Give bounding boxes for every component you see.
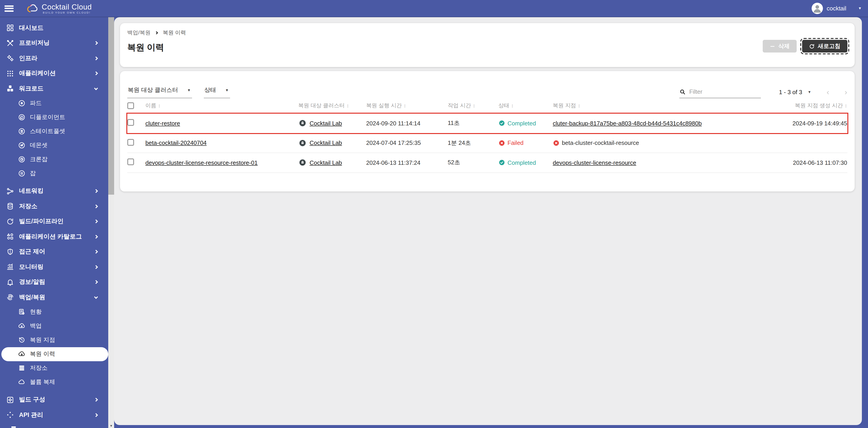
column-header-executed[interactable]: 복원 실행 시간↕ xyxy=(366,102,448,109)
sidebar-item-networking[interactable]: 네트워킹 xyxy=(0,184,108,199)
cluster-link[interactable]: Cocktail Lab xyxy=(310,120,342,127)
sidebar-item-restore-history[interactable]: 복원 이력 xyxy=(1,347,108,361)
application-icon xyxy=(6,70,14,77)
delete-button[interactable]: 삭제 xyxy=(763,40,797,53)
check-circle-icon xyxy=(498,160,505,166)
sidebar-item-label: 백업 xyxy=(30,322,42,330)
sidebar-item-label: 파드 xyxy=(30,99,42,107)
status-filter-select[interactable]: 상태 ▼ xyxy=(204,86,230,98)
user-menu[interactable]: cocktail ▼ xyxy=(812,3,862,14)
sidebar-item-daemonset[interactable]: 데몬셋 xyxy=(0,138,108,152)
restore-point-label: beta-cluster-cocktail-resource xyxy=(562,140,639,146)
restore-name-link[interactable]: cluter-restore xyxy=(145,120,180,127)
row-checkbox[interactable] xyxy=(127,139,134,146)
sidebar-item-workload[interactable]: 워크로드 xyxy=(0,81,108,96)
sidebar-item-backup-storage[interactable]: 저장소 xyxy=(0,361,108,375)
server-rack-icon xyxy=(18,364,25,372)
chevron-down-icon xyxy=(94,86,98,90)
sidebar-item-volume-clone[interactable]: 볼륨 복제 xyxy=(0,375,108,389)
pagination-caret-icon[interactable]: ▼ xyxy=(808,90,811,94)
executed-time: 2024-07-04 17:25:35 xyxy=(366,140,448,146)
networking-icon xyxy=(6,188,14,195)
status-label: Completed xyxy=(507,120,536,127)
sort-icon: ↕ xyxy=(473,103,475,108)
chevron-right-icon xyxy=(94,220,98,223)
sidebar-item-api-management[interactable]: API 관리 xyxy=(0,407,108,423)
sidebar-item-statefulset[interactable]: 스테이트풀셋 xyxy=(0,124,108,138)
top-header: Cocktail Cloud BUILD YOUR OWN CLOUD! coc… xyxy=(0,0,868,17)
cluster-filter-select[interactable]: 복원 대상 클러스터 ▼ xyxy=(127,86,192,98)
sidebar-item-application[interactable]: 애플리케이션 xyxy=(0,66,108,81)
restore-history-card: 복원 대상 클러스터 ▼ 상태 ▼ xyxy=(120,71,855,192)
row-checkbox[interactable] xyxy=(127,159,134,165)
infra-icon xyxy=(6,55,14,62)
sidebar-item-backup-restore[interactable]: 백업/복원 xyxy=(0,290,108,305)
cloud-icon xyxy=(18,378,25,386)
api-management-icon xyxy=(6,411,14,419)
hamburger-menu-icon[interactable] xyxy=(4,5,13,11)
restore-name-link[interactable]: devops-cluster-license-resource-restore-… xyxy=(145,159,258,166)
cluster-link[interactable]: Cocktail Lab xyxy=(310,140,342,146)
created-time: 2024-09-19 14:49:45 xyxy=(752,120,847,127)
scrollbar-down-arrow-icon[interactable]: ▼ xyxy=(108,424,114,427)
column-header-created[interactable]: 복원 지점 생성 시간↕ xyxy=(752,102,847,109)
breadcrumb-parent[interactable]: 백업/복원 xyxy=(127,29,151,37)
chevron-right-icon xyxy=(94,413,98,417)
row-checkbox[interactable] xyxy=(127,119,134,126)
sidebar-scrollbar-thumb[interactable] xyxy=(108,17,114,195)
chevron-right-icon xyxy=(94,398,98,402)
sidebar-item-infra[interactable]: 인프라 xyxy=(0,51,108,66)
filter-search-input[interactable] xyxy=(689,88,761,95)
sidebar-item-backup-status[interactable]: 현황 xyxy=(0,305,108,319)
sort-icon: ↕ xyxy=(346,103,349,108)
sidebar-item-job[interactable]: 잡 xyxy=(0,166,108,180)
previous-page-button[interactable]: ‹ xyxy=(827,89,829,95)
column-header-status[interactable]: 상태↕ xyxy=(498,102,553,109)
sidebar-item-backup[interactable]: 백업 xyxy=(0,319,108,333)
cluster-filter-label: 복원 대상 클러스터 xyxy=(128,86,178,94)
sidebar-item-label: 저장소 xyxy=(19,202,37,210)
restore-point-link[interactable]: devops-cluster-license-resource xyxy=(553,159,636,166)
sidebar-item-pod[interactable]: 파드 xyxy=(0,96,108,110)
dashboard-icon xyxy=(6,24,14,32)
build-config-icon xyxy=(6,396,14,404)
sidebar-item-access-control[interactable]: 접근 제어 xyxy=(0,244,108,259)
sidebar-item-provisioning[interactable]: 프로비저닝 xyxy=(0,36,108,51)
check-circle-icon xyxy=(498,120,505,127)
chevron-right-icon xyxy=(94,71,98,75)
sidebar-item-label: 애플리케이션 xyxy=(19,69,56,78)
column-header-name[interactable]: 이름↕ xyxy=(145,102,298,109)
sidebar-item-monitoring[interactable]: 모니터링 xyxy=(0,259,108,274)
pod-icon xyxy=(18,100,25,107)
sidebar-item-storage[interactable]: 저장소 xyxy=(0,199,108,214)
column-header-restore-point[interactable]: 복원 지점↕ xyxy=(553,102,752,109)
duration: 1분 24초 xyxy=(448,139,498,147)
refresh-button[interactable]: 새로고침 xyxy=(802,40,847,53)
column-header-duration[interactable]: 작업 시간↕ xyxy=(448,102,498,109)
cluster-link[interactable]: Cocktail Lab xyxy=(310,159,342,166)
restore-point-link[interactable]: cluter-backup-817a75be-a803-48cd-b44d-54… xyxy=(553,120,702,127)
sidebar-item-cronjob[interactable]: 크론잡 xyxy=(0,152,108,166)
sidebar-item-alerts[interactable]: 경보/알림 xyxy=(0,274,108,290)
sidebar-item-build-config[interactable]: 빌드 구성 xyxy=(0,392,108,407)
filter-search xyxy=(679,88,761,98)
select-all-checkbox[interactable] xyxy=(127,102,134,109)
sidebar-item-build-pipeline[interactable]: 빌드/파이프라인 xyxy=(0,214,108,229)
select-caret-icon: ▼ xyxy=(187,88,191,92)
sidebar-item-app-catalog[interactable]: 애플리케이션 카탈로그 xyxy=(0,229,108,244)
sidebar-scrollbar-track[interactable]: ▼ xyxy=(108,17,114,428)
restore-name-link[interactable]: beta-cocktail-20240704 xyxy=(145,140,207,146)
sidebar-item-label: 현황 xyxy=(30,308,42,316)
breadcrumb-current: 복원 이력 xyxy=(163,29,186,37)
sidebar-item-restore-point[interactable]: 복원 지점 xyxy=(0,333,108,347)
chevron-right-icon xyxy=(94,41,98,45)
sidebar-item-dashboard[interactable]: 대시보드 xyxy=(0,20,108,36)
column-header-cluster[interactable]: 복원 대상 클러스터↕ xyxy=(298,102,366,109)
provisioning-icon xyxy=(6,39,14,47)
sidebar-item-label: API 관리 xyxy=(19,411,43,419)
sidebar-item-deployment[interactable]: 디플로이먼트 xyxy=(0,110,108,124)
sidebar-item-label: 접근 제어 xyxy=(19,248,45,256)
next-page-button[interactable]: › xyxy=(845,89,847,95)
executed-time: 2024-09-20 11:14:14 xyxy=(366,120,448,127)
chevron-down-icon xyxy=(94,295,98,299)
